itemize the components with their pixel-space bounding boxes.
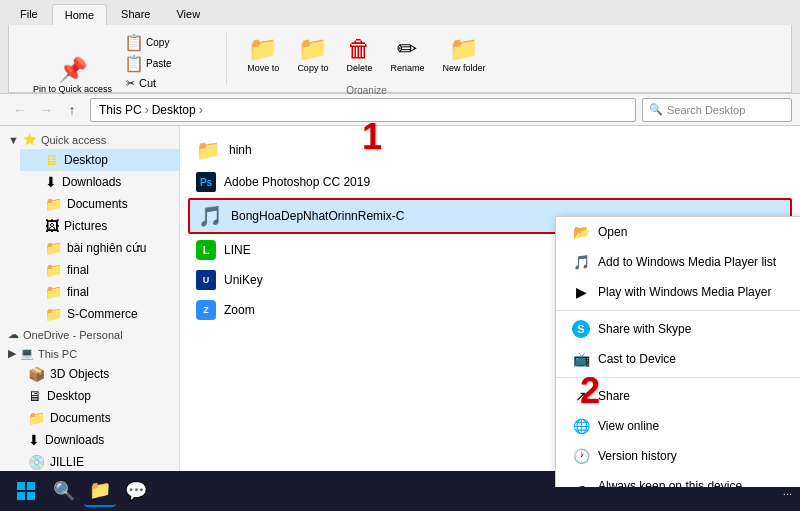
pin-icon: 📌 bbox=[61, 58, 85, 82]
cloud-icon: ☁ bbox=[8, 328, 19, 341]
ctx-skype[interactable]: S Share with Skype bbox=[556, 314, 800, 344]
ps-icon: Ps bbox=[196, 172, 216, 192]
sidebar-item-3dobjects[interactable]: 📦 3D Objects bbox=[20, 363, 179, 385]
skype-icon: S bbox=[572, 320, 590, 338]
sidebar-item-jillie[interactable]: 💿 JILLIE bbox=[20, 451, 179, 473]
search-box[interactable]: 🔍 Search Desktop bbox=[642, 98, 792, 122]
chat-taskbar-button[interactable]: 💬 bbox=[120, 475, 152, 507]
quick-access-items: 🖥 Desktop ⬇ Downloads 📁 Documents 🖼 Pict bbox=[0, 149, 179, 325]
copy-button[interactable]: 📋 Copy bbox=[122, 33, 218, 53]
pin-label: Pin to Quick access bbox=[33, 84, 112, 94]
chevron-right-icon: ▶ bbox=[8, 347, 16, 360]
ctx-version-label: Version history bbox=[598, 449, 677, 463]
sidebar-item-desktop[interactable]: 🖥 Desktop bbox=[20, 149, 179, 171]
move-to-label: Move to bbox=[247, 63, 279, 73]
rename-button[interactable]: ✏ Rename bbox=[382, 33, 432, 85]
sidebar-item-desktop2[interactable]: 🖥 Desktop bbox=[20, 385, 179, 407]
ctx-version-history[interactable]: 🕐 Version history bbox=[556, 441, 800, 471]
ctx-add-wmp-label: Add to Windows Media Player list bbox=[598, 255, 776, 269]
this-pc-label: This PC bbox=[38, 348, 77, 360]
file-bonghoa-name: BongHoaDepNhatOrinnRemix-C bbox=[231, 209, 404, 223]
desktop2-label: Desktop bbox=[47, 389, 91, 403]
onedrive-header[interactable]: ☁ OneDrive - Personal bbox=[0, 325, 179, 344]
ctx-view-online[interactable]: 🌐 View online bbox=[556, 411, 800, 441]
sidebar-item-documents[interactable]: 📁 Documents bbox=[20, 193, 179, 215]
ctx-share-label: Share bbox=[598, 389, 630, 403]
sidebar-docs-label: Documents bbox=[67, 197, 128, 211]
ctx-share[interactable]: ↗ Share bbox=[556, 381, 800, 411]
final2-icon: 📁 bbox=[45, 284, 62, 300]
file-item-hinh[interactable]: 📁 hinh bbox=[188, 134, 792, 166]
sidebar-item-final1[interactable]: 📁 final bbox=[20, 259, 179, 281]
ribbon-content: 📌 Pin to Quick access 📋 Copy 📋 Paste bbox=[8, 25, 792, 93]
tab-share[interactable]: Share bbox=[109, 4, 162, 25]
delete-button[interactable]: 🗑 Delete bbox=[338, 33, 380, 85]
ctx-play-wmp[interactable]: ▶ Play with Windows Media Player bbox=[556, 277, 800, 307]
cut-btn[interactable]: ✂ Cut bbox=[122, 75, 218, 92]
new-folder-label: New folder bbox=[442, 63, 485, 73]
jillie-label: JILLIE bbox=[50, 455, 84, 469]
main-area: ▼ ⭐ Quick access 🖥 Desktop ⬇ Downloads 📁 bbox=[0, 126, 800, 487]
ctx-skype-label: Share with Skype bbox=[598, 322, 691, 336]
new-folder-button[interactable]: 📁 New folder bbox=[434, 33, 493, 85]
3d-icon: 📦 bbox=[28, 366, 45, 382]
ctx-add-wmp[interactable]: 🎵 Add to Windows Media Player list bbox=[556, 247, 800, 277]
path-desktop: Desktop bbox=[152, 103, 196, 117]
copy-to-icon: 📁 bbox=[301, 37, 325, 61]
tab-file[interactable]: File bbox=[8, 4, 50, 25]
address-path[interactable]: This PC › Desktop › bbox=[90, 98, 636, 122]
share-icon: ↗ bbox=[572, 387, 590, 405]
ribbon: File Home Share View 📌 Pin to Quick acce… bbox=[0, 0, 800, 94]
file-hinh-name: hinh bbox=[229, 143, 252, 157]
path-sep-1: › bbox=[145, 103, 149, 117]
paste-button[interactable]: 📋 Paste bbox=[122, 54, 218, 74]
tab-view[interactable]: View bbox=[164, 4, 212, 25]
quick-access-label: Quick access bbox=[41, 134, 106, 146]
paste-label: Paste bbox=[146, 58, 172, 69]
research-icon: 📁 bbox=[45, 240, 62, 256]
sidebar-item-downloads2[interactable]: ⬇ Downloads bbox=[20, 429, 179, 451]
up-button[interactable]: ↑ bbox=[60, 98, 84, 122]
tab-home[interactable]: Home bbox=[52, 4, 107, 25]
view-online-icon: 🌐 bbox=[572, 417, 590, 435]
context-menu: 📂 Open 🎵 Add to Windows Media Player lis… bbox=[555, 216, 800, 487]
back-button[interactable]: ← bbox=[8, 98, 32, 122]
new-folder-icon: 📁 bbox=[452, 37, 476, 61]
wmp-icon: 🎵 bbox=[572, 253, 590, 271]
sep1 bbox=[556, 310, 800, 311]
start-button[interactable] bbox=[8, 473, 44, 509]
ctx-cast[interactable]: 📺 Cast to Device › bbox=[556, 344, 800, 374]
rename-icon: ✏ bbox=[395, 37, 419, 61]
sidebar: ▼ ⭐ Quick access 🖥 Desktop ⬇ Downloads 📁 bbox=[0, 126, 180, 487]
sidebar-item-downloads[interactable]: ⬇ Downloads bbox=[20, 171, 179, 193]
search-taskbar-button[interactable]: 🔍 bbox=[48, 475, 80, 507]
quick-access-header[interactable]: ▼ ⭐ Quick access bbox=[0, 130, 179, 149]
move-to-button[interactable]: 📁 Move to bbox=[239, 33, 287, 85]
pictures-icon: 🖼 bbox=[45, 218, 59, 234]
downloads2-icon: ⬇ bbox=[28, 432, 40, 448]
forward-button[interactable]: → bbox=[34, 98, 58, 122]
file-item-photoshop[interactable]: Ps Adobe Photoshop CC 2019 bbox=[188, 168, 792, 196]
file-zoom-name: Zoom bbox=[224, 303, 255, 317]
sidebar-item-scommerce[interactable]: 📁 S-Commerce bbox=[20, 303, 179, 325]
ctx-open[interactable]: 📂 Open bbox=[556, 217, 800, 247]
ribbon-group-organize: 📁 Move to 📁 Copy to 🗑 Delete ✏ Rename bbox=[231, 33, 501, 85]
sidebar-item-pictures[interactable]: 🖼 Pictures bbox=[20, 215, 179, 237]
this-pc-items: 📦 3D Objects 🖥 Desktop 📁 Documents ⬇ Dow… bbox=[0, 363, 179, 487]
sidebar-item-documents2[interactable]: 📁 Documents bbox=[20, 407, 179, 429]
sep2 bbox=[556, 377, 800, 378]
file-unikey-name: UniKey bbox=[224, 273, 263, 287]
path-this-pc: This PC bbox=[99, 103, 142, 117]
sidebar-item-research[interactable]: 📁 bài nghiên cứu bbox=[20, 237, 179, 259]
explorer-taskbar-button[interactable]: 📁 bbox=[84, 475, 116, 507]
search-icon: 🔍 bbox=[649, 103, 663, 116]
copy-to-button[interactable]: 📁 Copy to bbox=[289, 33, 336, 85]
svg-rect-1 bbox=[27, 482, 35, 490]
delete-label: Delete bbox=[346, 63, 372, 73]
copy-label: Copy bbox=[146, 37, 169, 48]
ctx-always-keep[interactable]: ☁ Always keep on this device bbox=[556, 471, 800, 487]
sidebar-scommerce-label: S-Commerce bbox=[67, 307, 138, 321]
sidebar-item-final2[interactable]: 📁 final bbox=[20, 281, 179, 303]
address-bar: ← → ↑ This PC › Desktop › 🔍 Search Deskt… bbox=[0, 94, 800, 126]
this-pc-header[interactable]: ▶ 💻 This PC bbox=[0, 344, 179, 363]
